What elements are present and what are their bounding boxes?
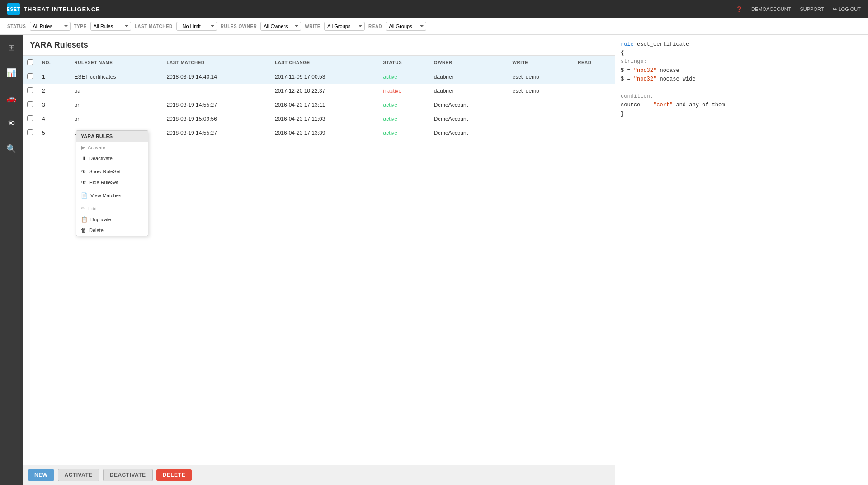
write-filter-select[interactable]: All Groups bbox=[324, 22, 365, 31]
table-row[interactable]: 3 pr 2018-03-19 14:55:27 2016-04-23 17:1… bbox=[23, 98, 615, 112]
row-read bbox=[573, 98, 615, 112]
edit-label: Edit bbox=[88, 206, 97, 211]
sidebar-item-search[interactable]: 🔍 bbox=[3, 141, 19, 157]
help-icon[interactable]: ❓ bbox=[736, 6, 742, 12]
account-label[interactable]: DEMOACCOUNT bbox=[751, 6, 791, 12]
rulesets-table: NO. RULESET NAME LAST MATCHED LAST CHANG… bbox=[23, 56, 615, 140]
support-link[interactable]: SUPPORT bbox=[800, 6, 824, 12]
table-header-row: NO. RULESET NAME LAST MATCHED LAST CHANG… bbox=[23, 56, 615, 70]
topnav-actions: ❓ DEMOACCOUNT SUPPORT ↪ LOG OUT bbox=[736, 6, 861, 12]
row-status: active bbox=[379, 70, 429, 84]
table-row[interactable]: 1 ESET certificates 2018-03-19 14:40:14 … bbox=[23, 70, 615, 84]
context-menu-header: YARA RULES bbox=[76, 131, 148, 142]
content-area: YARA Rulesets NO. RULESET NAME LAST MATC… bbox=[23, 35, 615, 485]
deactivate-icon: ⏸ bbox=[81, 155, 86, 162]
row-checkbox-cell[interactable] bbox=[23, 112, 38, 126]
context-menu-sep3 bbox=[76, 202, 148, 202]
row-checkbox-cell[interactable] bbox=[23, 98, 38, 112]
last-matched-filter-label: LAST MATCHED bbox=[135, 24, 173, 29]
row-last-matched: 2018-03-19 14:55:27 bbox=[162, 126, 270, 140]
row-checkbox[interactable] bbox=[27, 87, 33, 93]
main-layout: ⊞ 📊 🚗 👁 🔍 YARA Rulesets NO. RULESET NAME… bbox=[0, 35, 868, 485]
row-write bbox=[508, 126, 574, 140]
sidebar-item-car[interactable]: 🚗 bbox=[3, 90, 19, 106]
deactivate-button[interactable]: DEACTIVATE bbox=[103, 469, 153, 481]
status-filter-select[interactable]: All Rules bbox=[30, 22, 71, 31]
row-status: active bbox=[379, 98, 429, 112]
app-title: THREAT INTELLIGENCE bbox=[24, 6, 100, 13]
context-menu-edit[interactable]: ✏ Edit bbox=[76, 203, 148, 214]
sidebar-item-dashboard[interactable]: ⊞ bbox=[3, 39, 19, 56]
row-checkbox[interactable] bbox=[27, 73, 33, 79]
row-no: 4 bbox=[38, 112, 70, 126]
sidebar: ⊞ 📊 🚗 👁 🔍 bbox=[0, 35, 23, 485]
row-no: 3 bbox=[38, 98, 70, 112]
row-last-change: 2017-11-09 17:00:53 bbox=[270, 70, 379, 84]
table-row[interactable]: 2 pa 2017-12-20 10:22:37 inactive daubne… bbox=[23, 84, 615, 98]
context-menu-deactivate[interactable]: ⏸ Deactivate bbox=[76, 153, 148, 164]
col-write: WRITE bbox=[508, 56, 574, 70]
show-ruleset-label: Show RuleSet bbox=[89, 169, 121, 174]
row-ruleset-name: pr bbox=[70, 98, 162, 112]
row-write bbox=[508, 98, 574, 112]
row-last-change: 2016-04-23 17:13:39 bbox=[270, 126, 379, 140]
bottom-bar: NEW ACTIVATE DEACTIVATE DELETE bbox=[23, 465, 615, 485]
row-checkbox[interactable] bbox=[27, 101, 33, 107]
row-read bbox=[573, 70, 615, 84]
col-no: NO. bbox=[38, 56, 70, 70]
row-checkbox[interactable] bbox=[27, 115, 33, 121]
row-ruleset-name: ESET certificates bbox=[70, 70, 162, 84]
delete-icon: 🗑 bbox=[81, 227, 86, 233]
col-last-matched: LAST MATCHED bbox=[162, 56, 270, 70]
context-menu-show-ruleset[interactable]: 👁 Show RuleSet bbox=[76, 166, 148, 177]
context-menu-duplicate[interactable]: 📋 Duplicate bbox=[76, 214, 148, 225]
context-menu-delete[interactable]: 🗑 Delete bbox=[76, 225, 148, 236]
page-title-bar: YARA Rulesets bbox=[23, 35, 615, 56]
row-write bbox=[508, 112, 574, 126]
row-status: active bbox=[379, 126, 429, 140]
row-ruleset-name: pa bbox=[70, 84, 162, 98]
delete-button[interactable]: DELETE bbox=[156, 469, 192, 481]
status-filter-label: STATUS bbox=[7, 24, 26, 29]
last-matched-filter-select[interactable]: - No Limit - bbox=[176, 22, 217, 31]
sidebar-item-eye[interactable]: 👁 bbox=[3, 115, 19, 132]
rules-owner-filter-select[interactable]: All Owners bbox=[260, 22, 301, 31]
row-checkbox-cell[interactable] bbox=[23, 126, 38, 140]
logout-button[interactable]: ↪ LOG OUT bbox=[833, 6, 861, 12]
select-all-checkbox[interactable] bbox=[27, 59, 33, 65]
col-read: READ bbox=[573, 56, 615, 70]
row-checkbox[interactable] bbox=[27, 129, 33, 135]
col-status: STATUS bbox=[379, 56, 429, 70]
context-menu-view-matches[interactable]: 📄 View Matches bbox=[76, 190, 148, 201]
row-status: inactive bbox=[379, 84, 429, 98]
type-filter-select[interactable]: All Rules bbox=[90, 22, 131, 31]
row-checkbox-cell[interactable] bbox=[23, 84, 38, 98]
row-no: 1 bbox=[38, 70, 70, 84]
context-menu-hide-ruleset[interactable]: 👁 Hide RuleSet bbox=[76, 177, 148, 188]
filter-bar: STATUS All Rules TYPE All Rules LAST MAT… bbox=[0, 18, 868, 35]
read-filter-select[interactable]: All Groups bbox=[386, 22, 426, 31]
top-navigation: ESET THREAT INTELLIGENCE ❓ DEMOACCOUNT S… bbox=[0, 0, 868, 18]
sidebar-item-chart[interactable]: 📊 bbox=[3, 65, 19, 81]
activate-label: Activate bbox=[88, 145, 105, 150]
col-ruleset-name: RULESET NAME bbox=[70, 56, 162, 70]
table-row[interactable]: 4 pr 2018-03-19 15:09:56 2016-04-23 17:1… bbox=[23, 112, 615, 126]
context-menu: YARA RULES ▶ Activate ⏸ Deactivate 👁 Sho… bbox=[76, 130, 148, 236]
new-button[interactable]: NEW bbox=[28, 469, 54, 481]
write-filter-label: WRITE bbox=[305, 24, 321, 29]
activate-icon: ▶ bbox=[81, 144, 85, 151]
checkbox-header[interactable] bbox=[23, 56, 38, 70]
hide-ruleset-icon: 👁 bbox=[81, 179, 86, 185]
row-last-matched: 2018-03-19 14:40:14 bbox=[162, 70, 270, 84]
view-matches-label: View Matches bbox=[90, 193, 121, 198]
activate-button[interactable]: ACTIVATE bbox=[58, 469, 99, 481]
row-checkbox-cell[interactable] bbox=[23, 70, 38, 84]
context-menu-activate[interactable]: ▶ Activate bbox=[76, 142, 148, 153]
table-wrapper[interactable]: NO. RULESET NAME LAST MATCHED LAST CHANG… bbox=[23, 56, 615, 465]
type-filter-label: TYPE bbox=[74, 24, 87, 29]
logo-text: ESET bbox=[7, 7, 20, 12]
app-logo: ESET THREAT INTELLIGENCE bbox=[7, 3, 100, 15]
row-owner: daubner bbox=[429, 70, 508, 84]
col-owner: OWNER bbox=[429, 56, 508, 70]
context-menu-sep2 bbox=[76, 189, 148, 189]
